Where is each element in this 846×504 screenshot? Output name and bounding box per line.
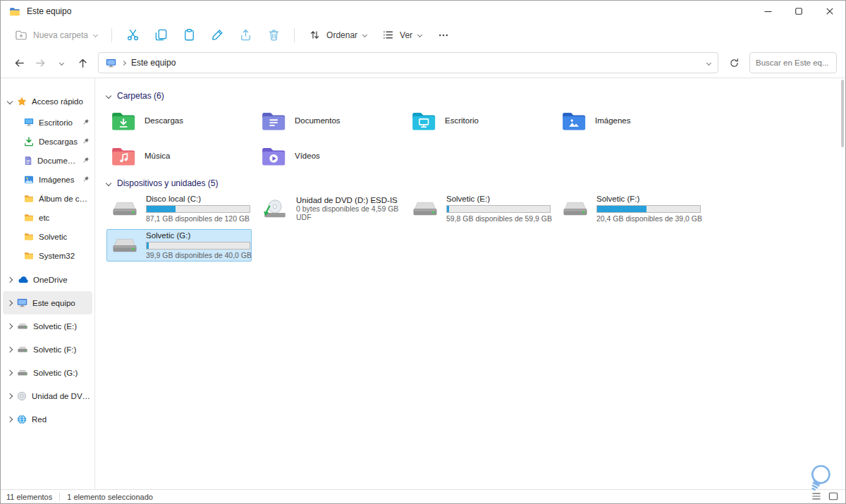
recent-locations-button[interactable] [51, 53, 71, 73]
capacity-bar [596, 205, 701, 213]
breadcrumb-item[interactable]: Este equipo [131, 58, 176, 68]
share-icon [239, 28, 252, 42]
hard-drive-icon [111, 235, 139, 256]
view-icon [382, 29, 394, 41]
drive-tile-e[interactable]: Solvetic (E:) 59,8 GB disponibles de 59,… [407, 192, 552, 225]
pin-icon[interactable] [82, 156, 92, 165]
drive-tile-dvd[interactable]: Unidad de DVD (D:) ESD-ISO 0 bytes dispo… [257, 192, 402, 225]
chevron-down-icon[interactable] [7, 98, 13, 104]
sidebar-item-etc[interactable]: etc [1, 208, 94, 227]
drive-tile-g-selected[interactable]: Solvetic (G:) 39,9 GB disponibles de 40,… [106, 229, 252, 262]
refresh-button[interactable] [724, 53, 744, 73]
folder-tile-documentos[interactable]: Documentos [257, 105, 402, 136]
chevron-right-icon[interactable] [7, 369, 13, 375]
sidebar-item-quick-access[interactable]: Acceso rápido [1, 90, 94, 113]
chevron-right-icon[interactable] [7, 346, 13, 352]
sidebar-item-unidad-dvd[interactable]: Unidad de DVD (D:) [1, 384, 94, 407]
minimize-button[interactable] [752, 1, 783, 22]
sidebar-item-este-equipo[interactable]: Este equipo [3, 291, 92, 314]
chevron-right-icon[interactable] [7, 300, 13, 305]
sidebar-item-escritorio[interactable]: Escritorio [1, 113, 94, 132]
sidebar-item-solvetic-e[interactable]: Solvetic (E:) [1, 314, 94, 338]
command-toolbar: Nueva carpeta Ordenar Ver [1, 22, 845, 48]
sidebar-item-red[interactable]: Red [1, 407, 94, 431]
search-box[interactable] [749, 52, 837, 73]
title-bar: Este equipo [1, 1, 845, 22]
drives-section-title: Dispositivos y unidades (5) [117, 178, 218, 188]
folder-tile-escritorio[interactable]: Escritorio [407, 105, 552, 136]
rename-icon [211, 28, 224, 42]
pin-icon[interactable] [82, 176, 92, 184]
view-button[interactable]: Ver [375, 25, 429, 46]
sidebar-item-solvetic-g[interactable]: Solvetic (G:) [1, 361, 94, 384]
explorer-body: Acceso rápido Escritorio Descargas Docum… [1, 78, 845, 489]
paste-button[interactable] [176, 25, 202, 46]
lightbulb-annotation-icon [799, 460, 838, 500]
chevron-right-icon[interactable] [7, 393, 13, 398]
back-button[interactable] [9, 53, 29, 73]
pictures-icon [24, 176, 34, 184]
drives-section-header[interactable]: Dispositivos y unidades (5) [106, 177, 835, 190]
sidebar-item-descargas[interactable]: Descargas [1, 132, 94, 151]
onedrive-icon [17, 276, 28, 283]
quick-access-label: Acceso rápido [32, 97, 83, 106]
document-icon [24, 156, 32, 166]
new-folder-icon [15, 30, 27, 41]
music-folder-icon [111, 145, 137, 167]
chevron-right-icon[interactable] [7, 416, 13, 422]
more-options-button[interactable] [430, 25, 457, 46]
folders-section-header[interactable]: Carpetas (6) [106, 90, 835, 102]
sidebar-item-solvetic-f[interactable]: Solvetic (F:) [1, 338, 94, 361]
address-dropdown-icon[interactable] [706, 60, 711, 65]
new-folder-button[interactable]: Nueva carpeta [8, 25, 104, 46]
forward-button[interactable] [30, 53, 50, 73]
up-button[interactable] [73, 53, 92, 73]
scrollbar-thumb[interactable] [841, 80, 844, 147]
share-button[interactable] [232, 25, 259, 46]
sidebar-item-imagenes[interactable]: Imágenes [1, 170, 94, 189]
statusbar-divider [59, 493, 60, 501]
sidebar-item-onedrive[interactable]: OneDrive [1, 268, 94, 291]
rename-button[interactable] [204, 25, 231, 46]
sidebar-item-documentos[interactable]: Documentos [1, 151, 94, 170]
delete-button[interactable] [260, 25, 287, 46]
maximize-button[interactable] [783, 1, 814, 22]
view-label: Ver [400, 30, 412, 40]
chevron-down-icon [362, 32, 367, 37]
folder-tile-videos[interactable]: Vídeos [257, 140, 402, 171]
downloads-folder-icon [111, 109, 137, 132]
pin-icon[interactable] [82, 137, 92, 146]
videos-folder-icon [261, 145, 288, 167]
close-button[interactable] [814, 1, 845, 22]
folder-tile-descargas[interactable]: Descargas [106, 105, 252, 136]
toolbar-divider [111, 28, 112, 42]
dvd-drive-icon [261, 198, 289, 219]
chevron-down-icon [93, 32, 98, 37]
cut-button[interactable] [119, 25, 146, 46]
folder-tile-imagenes[interactable]: Imágenes [557, 105, 702, 136]
search-input[interactable] [756, 59, 830, 67]
sidebar-item-album-de-camara[interactable]: Álbum de cámara [1, 189, 94, 208]
drive-tile-f[interactable]: Solvetic (F:) 20,4 GB disponibles de 39,… [557, 192, 702, 225]
window-title: Este equipo [27, 6, 71, 16]
address-bar[interactable]: Este equipo [98, 52, 718, 73]
chevron-right-icon[interactable] [7, 323, 13, 328]
folder-tile-musica[interactable]: Música [106, 140, 252, 171]
chevron-down-icon [106, 180, 111, 186]
chevron-right-icon[interactable] [7, 276, 13, 282]
pin-icon[interactable] [82, 118, 92, 127]
sort-button[interactable]: Ordenar [302, 25, 374, 46]
sidebar-item-solvetic-folder[interactable]: Solvetic [1, 227, 94, 246]
status-bar: 11 elementos 1 elemento seleccionado [1, 489, 845, 503]
toolbar-divider [294, 28, 295, 42]
drive-tile-c[interactable]: Disco local (C:) 87,1 GB disponibles de … [106, 192, 252, 225]
drive-icon [17, 322, 28, 330]
vertical-scrollbar[interactable] [840, 80, 845, 488]
navigation-bar: Este equipo [1, 48, 845, 78]
explorer-app-icon [9, 7, 20, 16]
arrow-left-icon [13, 57, 25, 69]
star-icon [17, 97, 27, 106]
sidebar-item-system32[interactable]: System32 [1, 246, 94, 265]
delete-icon [267, 28, 281, 42]
copy-button[interactable] [147, 25, 174, 46]
